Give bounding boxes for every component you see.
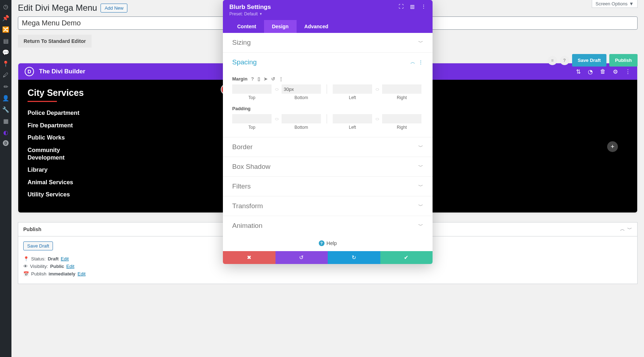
users-icon[interactable]: 👤 xyxy=(2,94,9,102)
tab-advanced[interactable]: Advanced xyxy=(297,20,336,33)
list-item[interactable]: Community Development xyxy=(28,146,78,161)
list-item[interactable]: Library xyxy=(28,166,196,173)
edit-visibility-link[interactable]: Edit xyxy=(66,264,74,269)
padding-top-input[interactable] xyxy=(232,114,272,123)
eye-icon: 👁 xyxy=(23,264,28,269)
cursor-icon[interactable]: ➤ xyxy=(264,76,268,82)
plugins-icon[interactable]: ✏ xyxy=(2,83,9,90)
section-sizing[interactable]: Sizing ﹀ xyxy=(223,33,433,53)
arrange-icon[interactable]: ⇅ xyxy=(576,68,581,75)
margin-bottom-input[interactable] xyxy=(282,84,321,94)
list-item[interactable]: Utility Services xyxy=(28,191,196,198)
top-label: Top xyxy=(232,125,272,130)
posts-icon[interactable]: 🔀 xyxy=(2,26,9,33)
padding-bottom-input[interactable] xyxy=(282,114,321,123)
section-filters[interactable]: Filters ﹀ xyxy=(223,177,433,196)
padding-right-input[interactable] xyxy=(382,114,421,123)
margin-top-input[interactable] xyxy=(232,84,272,94)
left-label: Left xyxy=(333,95,372,100)
schedule-value: immediately xyxy=(49,271,75,277)
page-title: Edit Divi Mega Menu xyxy=(18,3,97,13)
gear-icon[interactable]: ⚙ xyxy=(613,68,618,75)
edit-status-link[interactable]: Edit xyxy=(61,256,69,261)
divi-d-icon[interactable]: D xyxy=(3,140,9,146)
status-label: Status: xyxy=(31,256,45,261)
modal-title: Blurb Settings xyxy=(229,4,271,11)
link-icon[interactable]: ⬭ xyxy=(273,84,280,94)
help-link[interactable]: ? Help xyxy=(223,235,433,251)
clock-icon[interactable]: ◔ xyxy=(588,68,593,75)
visibility-label: Visibility: xyxy=(30,264,48,269)
city-services-heading: City Services xyxy=(28,88,196,98)
list-item[interactable]: Public Works xyxy=(28,134,196,141)
tab-design[interactable]: Design xyxy=(264,20,297,33)
padding-left-input[interactable] xyxy=(333,114,372,123)
city-services-list: Police Department Fire Department Public… xyxy=(28,109,196,198)
appearance-icon[interactable]: 🖊 xyxy=(2,72,9,79)
phone-icon[interactable]: ▯ xyxy=(258,76,260,82)
chevron-down-icon[interactable]: ﹀ xyxy=(627,226,632,233)
margin-right-input[interactable] xyxy=(382,84,421,94)
add-new-button[interactable]: Add New xyxy=(101,4,127,13)
edit-schedule-link[interactable]: Edit xyxy=(78,271,86,277)
chevron-up-icon[interactable]: ︿ xyxy=(620,226,625,233)
list-item[interactable]: Animal Services xyxy=(28,178,196,186)
tools-icon[interactable]: 🔧 xyxy=(2,106,9,113)
add-module-button[interactable]: + xyxy=(607,141,618,152)
kebab-icon[interactable]: ⋮ xyxy=(279,76,283,82)
fullscreen-icon[interactable]: ⛶ xyxy=(399,4,404,9)
link-icon[interactable]: ⬭ xyxy=(374,114,381,123)
preset-label[interactable]: Preset: Default xyxy=(229,11,258,16)
divi-icon[interactable]: ◐ xyxy=(2,129,9,136)
section-border[interactable]: Border ﹀ xyxy=(223,137,433,157)
redo-button[interactable]: ↻ xyxy=(328,251,380,264)
list-item[interactable]: Police Department xyxy=(28,109,196,117)
right-label: Right xyxy=(382,125,421,130)
pin-icon[interactable]: 📌 xyxy=(2,14,9,21)
pages-icon[interactable]: 📍 xyxy=(2,60,9,67)
save-button[interactable]: ✔ xyxy=(380,251,433,264)
chevron-down-icon: ﹀ xyxy=(418,183,423,190)
link-icon[interactable]: ⬭ xyxy=(374,84,381,94)
top-label: Top xyxy=(232,95,272,100)
link-icon[interactable]: ⬭ xyxy=(273,114,280,123)
visibility-value: Public xyxy=(50,264,64,269)
media-icon[interactable]: ▤ xyxy=(2,37,9,44)
columns-icon[interactable]: ▥ xyxy=(410,4,415,9)
bottom-label: Bottom xyxy=(282,125,321,130)
wp-admin-sidebar: ◷ 📌 🔀 ▤ 💬 📍 🖊 ✏ 👤 🔧 ▦ ◐ D xyxy=(0,0,11,357)
screen-options-label: Screen Options xyxy=(596,1,628,6)
padding-label: Padding xyxy=(232,106,250,111)
chevron-down-icon: ▼ xyxy=(259,12,262,16)
settings-icon[interactable]: ▦ xyxy=(2,117,9,124)
undo-button[interactable]: ↺ xyxy=(275,251,328,264)
tab-content[interactable]: Content xyxy=(229,20,264,33)
trash-icon[interactable]: 🗑 xyxy=(600,68,606,75)
help-icon[interactable]: ? xyxy=(251,76,254,82)
reset-icon[interactable]: ↺ xyxy=(271,76,275,82)
section-animation[interactable]: Animation ﹀ xyxy=(223,216,433,235)
return-to-standard-button[interactable]: Return To Standard Editor xyxy=(18,35,92,48)
comments-icon[interactable]: 💬 xyxy=(2,49,9,56)
margin-left-input[interactable] xyxy=(333,84,372,94)
section-spacing[interactable]: Spacing ︿ ⋮ xyxy=(223,53,433,72)
left-label: Left xyxy=(333,125,372,130)
cancel-button[interactable]: ✖ xyxy=(223,251,275,264)
screen-options-button[interactable]: Screen Options ▼ xyxy=(592,0,638,8)
list-item[interactable]: Fire Department xyxy=(28,122,196,129)
kebab-icon[interactable]: ⋮ xyxy=(418,59,423,65)
help-icon: ? xyxy=(319,240,325,246)
kebab-icon[interactable]: ⋮ xyxy=(625,68,631,75)
schedule-label: Publish xyxy=(31,271,47,277)
save-draft-link[interactable]: Save Draft xyxy=(23,241,53,250)
help-icon[interactable]: ? xyxy=(560,56,569,65)
dashboard-icon[interactable]: ◷ xyxy=(2,3,9,10)
layers-icon[interactable]: ≡ xyxy=(548,56,557,65)
kebab-icon[interactable]: ⋮ xyxy=(421,4,426,9)
publish-button[interactable]: Publish xyxy=(609,54,638,67)
chevron-down-icon: ﹀ xyxy=(418,39,423,46)
right-label: Right xyxy=(382,95,421,100)
section-transform[interactable]: Transform ﹀ xyxy=(223,196,433,216)
section-boxshadow[interactable]: Box Shadow ﹀ xyxy=(223,157,433,177)
save-draft-button[interactable]: Save Draft xyxy=(572,54,606,67)
